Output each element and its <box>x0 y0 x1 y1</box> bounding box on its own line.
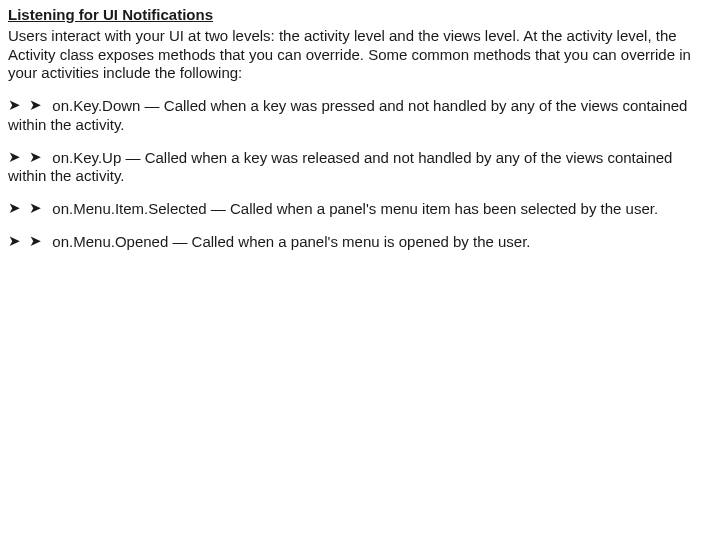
separator: — <box>140 97 163 114</box>
document-page: Listening for UI Notifications Users int… <box>0 0 720 252</box>
list-item: ➤ ➤ on.Key.Down — Called when a key was … <box>8 97 712 135</box>
method-description: Called when a panel's menu is opened by … <box>192 233 531 250</box>
separator: — <box>168 233 191 250</box>
chevron-right-icon: ➤ ➤ <box>8 199 44 216</box>
method-name: on.Key.Down <box>52 97 140 114</box>
section-heading: Listening for UI Notifications <box>8 6 712 25</box>
list-item: ➤ ➤ on.Menu.Item.Selected — Called when … <box>8 200 712 219</box>
method-name: on.Menu.Item.Selected <box>52 200 206 217</box>
separator: — <box>207 200 230 217</box>
method-description: Called when a panel's menu item has been… <box>230 200 658 217</box>
chevron-right-icon: ➤ ➤ <box>8 232 44 249</box>
list-item: ➤ ➤ on.Key.Up — Called when a key was re… <box>8 149 712 187</box>
chevron-right-icon: ➤ ➤ <box>8 96 44 113</box>
chevron-right-icon: ➤ ➤ <box>8 148 44 165</box>
list-item: ➤ ➤ on.Menu.Opened — Called when a panel… <box>8 233 712 252</box>
method-name: on.Key.Up <box>52 149 121 166</box>
intro-paragraph: Users interact with your UI at two level… <box>8 27 712 83</box>
separator: — <box>121 149 144 166</box>
method-name: on.Menu.Opened <box>52 233 168 250</box>
